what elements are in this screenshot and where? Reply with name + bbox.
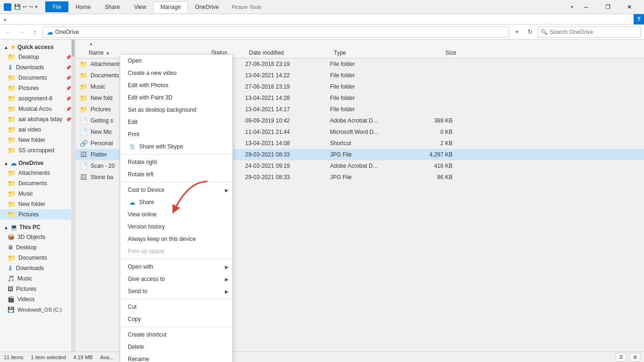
- cm-always-keep[interactable]: Always keep on this device: [120, 233, 232, 245]
- sidebar-item-musical[interactable]: 📁 Musical Acou 📌: [0, 104, 75, 114]
- cm-print[interactable]: Print: [120, 128, 232, 140]
- sidebar-item-downloads[interactable]: ⬇ Downloads 📌: [0, 62, 75, 73]
- tab-home[interactable]: Home: [68, 1, 98, 12]
- back-button[interactable]: ←: [3, 26, 14, 38]
- sidebar-scrollbar[interactable]: [71, 40, 75, 352]
- undo-icon[interactable]: ↩: [23, 4, 27, 10]
- cm-send-to[interactable]: Send to ▶: [120, 285, 232, 297]
- tab-file[interactable]: File: [45, 1, 68, 12]
- col-date[interactable]: Date modified: [249, 49, 334, 56]
- cm-cast[interactable]: Cast to Device ▶: [120, 184, 232, 196]
- cm-separator: [120, 182, 232, 182]
- date-cell: 11-04-2021 21:44: [245, 129, 330, 135]
- sidebar-item-od-music[interactable]: 📁 Music: [0, 189, 75, 199]
- folder-icon: 📁: [79, 60, 88, 68]
- tab-onedrive[interactable]: OneDrive: [188, 1, 226, 12]
- close-button[interactable]: ✕: [619, 0, 640, 14]
- sidebar-item-label: Pictures: [18, 85, 39, 91]
- address-bar: ← → ↑ ☁ OneDrive ▾ ↻ 🔍: [0, 25, 644, 40]
- up-button[interactable]: ↑: [29, 26, 41, 38]
- cm-create-video[interactable]: Create a new video: [120, 67, 232, 79]
- sidebar-item-new-folder[interactable]: 📁 New folder: [0, 135, 75, 145]
- cm-open-with[interactable]: Open with ▶: [120, 261, 232, 273]
- cm-open[interactable]: Open: [120, 55, 232, 67]
- submenu-arrow: ▶: [225, 289, 229, 294]
- ribbon-expand[interactable]: ▾: [571, 4, 575, 9]
- cm-view-online[interactable]: View online: [120, 208, 232, 221]
- cm-rotate-right[interactable]: Rotate right: [120, 156, 232, 168]
- sidebar-item-ss[interactable]: 📁 SS uncropped: [0, 145, 75, 156]
- details-view-button[interactable]: ☰: [616, 353, 626, 362]
- cm-version-history[interactable]: Version history: [120, 221, 232, 233]
- sidebar-section-this-pc[interactable]: ▲ 💻 This PC: [0, 222, 75, 232]
- cm-edit-photos[interactable]: Edit with Photos: [120, 79, 232, 91]
- cm-share[interactable]: ☁ Share: [120, 196, 232, 208]
- jpg-icon: 🖼: [79, 151, 88, 158]
- skype-icon: S: [128, 143, 136, 150]
- sidebar-item-label: Pictures: [16, 286, 36, 292]
- sidebar-item-label: Desktop: [16, 244, 37, 251]
- sidebar-item-pc-documents[interactable]: 📁 Documents: [0, 253, 75, 263]
- col-size[interactable]: Size: [409, 49, 456, 56]
- sidebar-item-documents[interactable]: 📁 Documents 📌: [0, 73, 75, 83]
- sidebar-item-pc-downloads[interactable]: ⬇ Downloads: [0, 263, 75, 273]
- sidebar-section-quick-access[interactable]: ▲ ★ Quick access: [0, 41, 75, 52]
- sidebar-item-assignment[interactable]: 📁 assignment-8 📌: [0, 93, 75, 104]
- cm-create-shortcut[interactable]: Create shortcut: [120, 329, 232, 341]
- sidebar-item-pc-videos[interactable]: 🎬 Videos: [0, 294, 75, 304]
- cm-cut[interactable]: Cut: [120, 301, 232, 313]
- tab-manage[interactable]: Manage: [153, 1, 188, 13]
- forward-button[interactable]: →: [16, 26, 27, 38]
- sidebar-item-label: Attachments: [18, 170, 50, 176]
- sidebar-item-aai[interactable]: 📁 aai akshaya bday 📌: [0, 114, 75, 124]
- col-type[interactable]: Type: [334, 49, 409, 56]
- sidebar-item-od-pictures[interactable]: 📁 Pictures: [0, 209, 75, 220]
- large-icons-button[interactable]: ⊞: [630, 353, 640, 362]
- breadcrumb-bar[interactable]: ☁ OneDrive: [42, 26, 509, 38]
- save-icon[interactable]: 💾: [14, 4, 21, 10]
- sidebar-item-pc-desktop[interactable]: 🖥 Desktop: [0, 242, 75, 253]
- sidebar-item-od-attachments[interactable]: 📁 Attachments: [0, 168, 75, 178]
- cm-share-skype[interactable]: S Share with Skype: [120, 140, 232, 153]
- sidebar-item-pictures[interactable]: 📁 Pictures 📌: [0, 83, 75, 93]
- tab-view[interactable]: View: [127, 1, 153, 12]
- minimize-button[interactable]: ─: [575, 0, 597, 14]
- breadcrumb: ☁ OneDrive: [47, 28, 79, 36]
- sidebar-item-pc-windows[interactable]: 💾 Windows8_OS (C:): [0, 304, 75, 315]
- sidebar-item-3d[interactable]: 📦 3D Objects: [0, 232, 75, 242]
- search-input[interactable]: [550, 29, 625, 35]
- folder-icon: 📁: [8, 190, 16, 197]
- cm-set-desktop[interactable]: Set as desktop background: [120, 104, 232, 116]
- cm-edit[interactable]: Edit: [120, 116, 232, 128]
- file-name: Personal: [91, 140, 113, 147]
- cm-copy[interactable]: Copy: [120, 313, 232, 325]
- pdf-icon: 📄: [79, 162, 88, 170]
- restore-button[interactable]: ❐: [597, 0, 619, 14]
- cm-give-access[interactable]: Give access to ▶: [120, 273, 232, 285]
- cm-rename[interactable]: Rename: [120, 353, 232, 362]
- videos-icon: 🎬: [8, 296, 15, 303]
- redo-icon[interactable]: ↪: [29, 4, 33, 10]
- sidebar-item-pc-music[interactable]: 🎵 Music: [0, 273, 75, 284]
- dropdown-icon[interactable]: ▾: [35, 4, 38, 10]
- sidebar-item-desktop[interactable]: 📁 Desktop 📌: [0, 52, 75, 62]
- ribbon-bar: ▲ ?: [0, 14, 644, 25]
- sidebar-section-onedrive[interactable]: ▲ ☁ OneDrive: [0, 157, 75, 168]
- sidebar-item-label: Documents: [18, 255, 47, 261]
- refresh-button[interactable]: ↻: [524, 26, 536, 38]
- sidebar-item-label: Documents: [18, 74, 47, 81]
- date-cell: 13-04-2021 14:08: [245, 140, 330, 147]
- breadcrumb-dropdown[interactable]: ▾: [511, 26, 522, 38]
- tab-share[interactable]: Share: [98, 1, 127, 12]
- size-cell: 416 KB: [405, 163, 453, 169]
- sidebar-item-od-documents[interactable]: 📁 Documents: [0, 178, 75, 189]
- search-box[interactable]: 🔍: [537, 26, 641, 38]
- cm-rotate-left[interactable]: Rotate left: [120, 168, 232, 181]
- cm-edit-paint[interactable]: Edit with Paint 3D: [120, 91, 232, 104]
- col-name-label: Name: [89, 49, 104, 56]
- ribbon-help-icon[interactable]: ?: [634, 14, 644, 25]
- sidebar-item-pc-pictures[interactable]: 🖼 Pictures: [0, 284, 75, 294]
- sidebar-item-od-newfolder[interactable]: 📁 New folder: [0, 199, 75, 209]
- cm-delete[interactable]: Delete: [120, 341, 232, 353]
- sidebar-item-aai-video[interactable]: 📁 aai video: [0, 124, 75, 135]
